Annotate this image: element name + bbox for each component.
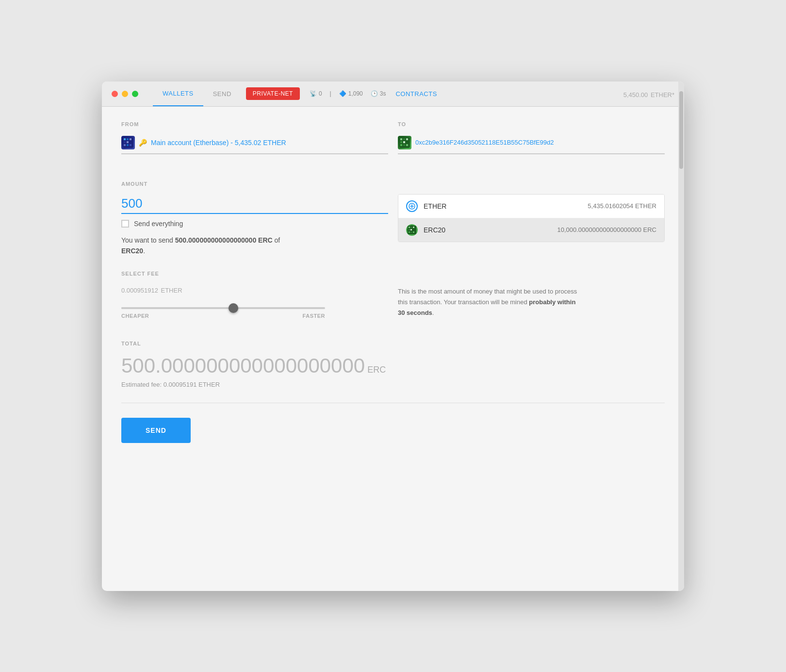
to-address: 0xc2b9e316F246d35052118E51B55C75BfE99d2 (415, 139, 554, 146)
fee-left: 0.000951912 ETHER CHEAPER FASTER (121, 284, 388, 324)
key-icon: 🔑 (139, 139, 147, 147)
from-to-section: FROM (121, 121, 665, 154)
fee-slider-fill (121, 307, 233, 309)
svg-rect-19 (406, 144, 408, 146)
to-section: TO (398, 121, 665, 154)
nav-tabs: WALLETS SEND PRIVATE-NET 📡 0 | 🔷 1,090 (153, 82, 674, 107)
svg-rect-8 (127, 144, 129, 146)
fee-label: SELECT FEE (121, 271, 665, 277)
network-badge: PRIVATE-NET (246, 87, 300, 100)
tab-wallets[interactable]: WALLETS (153, 82, 203, 107)
scrollbar[interactable] (678, 82, 684, 591)
fee-description: This is the most amount of money that mi… (398, 286, 582, 318)
ether-icon (406, 200, 418, 212)
erc20-balance: 10,000.000000000000000000 ERC (557, 226, 656, 233)
send-summary: You want to send 500.000000000000000000 … (121, 235, 388, 257)
svg-rect-28 (410, 229, 412, 230)
svg-rect-12 (403, 138, 405, 140)
from-account-name: Main account (Etherbase) - 5,435.02 ETHE… (151, 139, 286, 147)
fee-slider-thumb[interactable] (229, 303, 238, 313)
svg-rect-5 (127, 141, 129, 143)
currency-selector: ETHER 5,435.01602054 ETHER (398, 194, 665, 257)
total-section: TOTAL 500.000000000000000000ERC Estimate… (121, 341, 665, 388)
scrollbar-thumb[interactable] (679, 91, 683, 169)
svg-rect-26 (413, 227, 414, 228)
minimize-button[interactable] (122, 91, 128, 97)
from-section: FROM (121, 121, 388, 154)
fee-slider-container: CHEAPER FASTER (121, 302, 388, 324)
svg-rect-2 (127, 138, 129, 140)
ether-name: ETHER (424, 202, 458, 210)
amount-input-section: Send everything You want to send 500.000… (121, 194, 388, 257)
svg-rect-7 (124, 144, 126, 146)
send-everything-checkbox[interactable] (121, 220, 129, 228)
fee-row: 0.000951912 ETHER CHEAPER FASTER (121, 284, 665, 324)
svg-rect-15 (403, 141, 405, 143)
svg-rect-14 (400, 141, 402, 143)
clock-icon: 🕒 (371, 90, 378, 97)
erc20-icon (406, 224, 418, 236)
to-label: TO (398, 121, 665, 127)
svg-rect-3 (130, 138, 131, 140)
fee-section: SELECT FEE 0.000951912 ETHER CHEAPER (121, 271, 665, 324)
svg-rect-4 (124, 141, 126, 143)
nav-balance: 5,450.00 ETHER* (623, 88, 674, 99)
total-amount: 500.000000000000000000ERC (121, 354, 665, 378)
app-window: WALLETS SEND PRIVATE-NET 📡 0 | 🔷 1,090 (102, 82, 684, 591)
close-button[interactable] (112, 91, 118, 97)
send-everything-row: Send everything (121, 220, 388, 228)
amount-input[interactable] (121, 194, 388, 214)
svg-rect-32 (413, 231, 414, 233)
from-label: FROM (121, 121, 388, 127)
fee-slider-track (121, 307, 325, 309)
svg-rect-18 (403, 144, 405, 146)
send-button[interactable]: SEND (121, 418, 191, 443)
currency-item-ether[interactable]: ETHER 5,435.01602054 ETHER (398, 195, 664, 218)
network-status: 📡 0 | 🔷 1,090 🕒 3s (310, 90, 386, 97)
svg-rect-11 (400, 138, 402, 140)
svg-rect-9 (130, 144, 131, 146)
currency-item-erc20[interactable]: ERC20 10,000.000000000000000000 ERC (398, 218, 664, 242)
main-content: FROM (102, 107, 684, 591)
svg-rect-17 (400, 144, 402, 146)
amount-label: AMOUNT (121, 181, 665, 187)
svg-rect-6 (130, 141, 131, 143)
total-label: TOTAL (121, 341, 665, 346)
divider (121, 403, 665, 403)
from-account-selector[interactable]: 🔑 Main account (Etherbase) - 5,435.02 ET… (121, 132, 388, 154)
from-avatar (121, 136, 135, 149)
currency-list: ETHER 5,435.01602054 ETHER (398, 194, 665, 242)
faster-label: FASTER (303, 313, 325, 319)
amount-section: Send everything You want to send 500.000… (121, 194, 665, 257)
fee-amount: 0.000951912 ETHER (121, 284, 388, 295)
antenna-icon: 📡 (310, 90, 317, 97)
erc20-name: ERC20 (424, 226, 458, 234)
to-account-selector[interactable]: 0xc2b9e316F246d35052118E51B55C75BfE99d2 (398, 132, 665, 154)
window-controls (112, 91, 138, 97)
tab-contracts[interactable]: CONTRACTS (395, 90, 437, 98)
svg-rect-1 (124, 138, 126, 140)
svg-rect-13 (406, 138, 408, 140)
maximize-button[interactable] (132, 91, 138, 97)
svg-rect-29 (413, 229, 414, 230)
sync-time: 🕒 3s (371, 90, 386, 97)
ether-balance: 5,435.01602054 ETHER (588, 202, 656, 210)
slider-labels: CHEAPER FASTER (121, 313, 325, 319)
titlebar: WALLETS SEND PRIVATE-NET 📡 0 | 🔷 1,090 (102, 82, 684, 107)
svg-rect-30 (409, 231, 410, 233)
send-everything-label: Send everything (134, 220, 183, 228)
svg-rect-25 (410, 227, 412, 228)
fee-description-section: This is the most amount of money that mi… (398, 284, 665, 324)
svg-rect-16 (406, 141, 408, 143)
svg-rect-31 (410, 231, 412, 233)
svg-rect-24 (409, 227, 410, 228)
blocks-icon: 🔷 (339, 90, 346, 97)
node-count: 📡 0 (310, 90, 322, 97)
svg-rect-27 (409, 229, 410, 230)
block-count: 🔷 1,090 (339, 90, 363, 97)
tab-send[interactable]: SEND (203, 82, 241, 107)
total-estimated-fee: Estimated fee: 0.00095191 ETHER (121, 381, 665, 388)
to-avatar (398, 136, 411, 149)
cheaper-label: CHEAPER (121, 313, 149, 319)
